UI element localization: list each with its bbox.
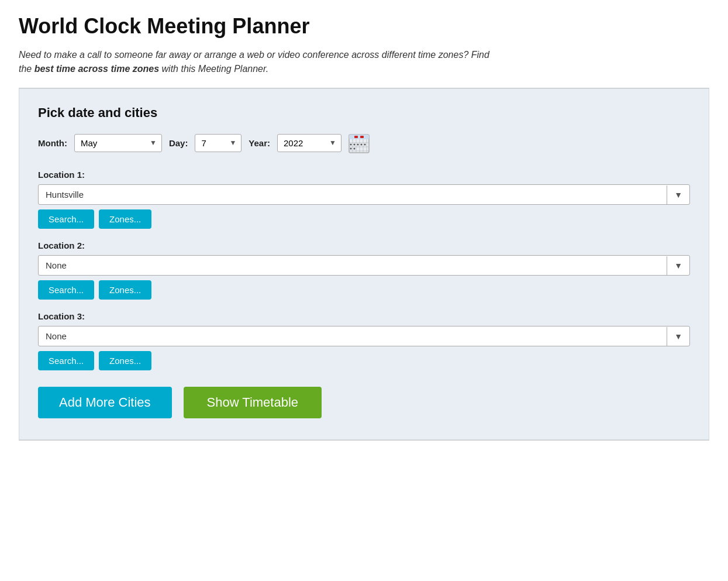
month-chevron-icon: ▼	[145, 135, 161, 150]
section-title: Pick date and cities	[38, 105, 690, 121]
location3-input[interactable]	[39, 326, 667, 346]
svg-point-13	[353, 144, 355, 146]
svg-rect-1	[349, 135, 369, 139]
svg-point-14	[357, 144, 358, 146]
location1-dropdown: ▼	[38, 184, 690, 205]
planner-container: Pick date and cities Month: January Febr…	[19, 88, 709, 440]
location1-chevron-icon[interactable]: ▼	[667, 185, 689, 204]
location1-input[interactable]	[39, 185, 667, 204]
location3-buttons: Search... Zones...	[38, 351, 690, 370]
day-label: Day:	[169, 138, 188, 148]
location1-group: Location 1: ▼ Search... Zones...	[38, 170, 690, 229]
svg-point-16	[364, 144, 365, 146]
location2-dropdown: ▼	[38, 255, 690, 276]
location2-search-button[interactable]: Search...	[38, 280, 94, 300]
location2-label: Location 2:	[38, 240, 690, 250]
svg-rect-2	[354, 136, 358, 138]
location3-label: Location 3:	[38, 311, 690, 321]
page-title: World Clock Meeting Planner	[19, 14, 709, 39]
location2-group: Location 2: ▼ Search... Zones...	[38, 240, 690, 300]
month-select[interactable]: January February March April May June Ju…	[75, 135, 145, 152]
svg-rect-3	[360, 136, 364, 138]
calendar-icon[interactable]	[349, 132, 370, 153]
location1-search-button[interactable]: Search...	[38, 209, 94, 229]
month-select-wrapper: January February March April May June Ju…	[74, 134, 162, 152]
month-label: Month:	[38, 138, 67, 148]
year-select[interactable]: 2020 2021 2022 2023 2024	[278, 135, 325, 152]
location2-input[interactable]	[39, 256, 667, 275]
year-chevron-icon: ▼	[325, 135, 341, 150]
year-label: Year:	[249, 138, 270, 148]
add-more-cities-button[interactable]: Add More Cities	[38, 387, 172, 418]
location1-zones-button[interactable]: Zones...	[99, 209, 151, 229]
bottom-buttons: Add More Cities Show Timetable	[38, 387, 690, 418]
location3-zones-button[interactable]: Zones...	[99, 351, 151, 370]
bottom-divider	[19, 440, 709, 441]
location1-label: Location 1:	[38, 170, 690, 180]
date-row: Month: January February March April May …	[38, 132, 690, 153]
show-timetable-button[interactable]: Show Timetable	[184, 387, 322, 418]
location3-dropdown: ▼	[38, 326, 690, 346]
page-description: Need to make a call to someone far away …	[19, 48, 498, 76]
day-chevron-icon: ▼	[225, 135, 241, 150]
svg-point-17	[350, 148, 351, 150]
svg-point-12	[350, 144, 351, 146]
location3-search-button[interactable]: Search...	[38, 351, 94, 370]
day-select-wrapper: 123456 78910 1112131415 1617181920 21222…	[195, 134, 241, 152]
location2-buttons: Search... Zones...	[38, 280, 690, 300]
svg-point-18	[353, 148, 355, 150]
location3-chevron-icon[interactable]: ▼	[667, 327, 689, 346]
location2-chevron-icon[interactable]: ▼	[667, 256, 689, 275]
location1-buttons: Search... Zones...	[38, 209, 690, 229]
svg-point-15	[360, 144, 362, 146]
location3-group: Location 3: ▼ Search... Zones...	[38, 311, 690, 370]
day-select[interactable]: 123456 78910 1112131415 1617181920 21222…	[195, 135, 225, 152]
year-select-wrapper: 2020 2021 2022 2023 2024 ▼	[277, 134, 341, 152]
location2-zones-button[interactable]: Zones...	[99, 280, 151, 300]
